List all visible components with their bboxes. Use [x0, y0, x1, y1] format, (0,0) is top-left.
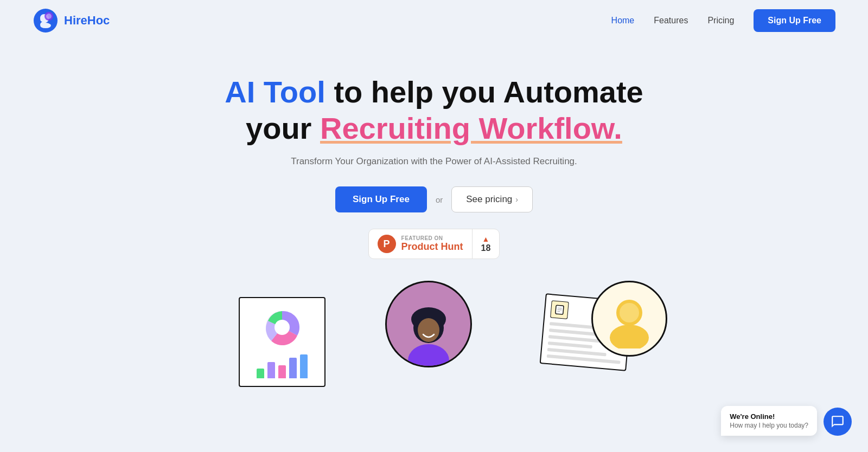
- ph-text: FEATURED ON Product Hunt: [401, 235, 463, 253]
- nav-pricing[interactable]: Pricing: [707, 16, 734, 25]
- logo[interactable]: HireHoc: [33, 8, 110, 34]
- chat-bubble: We're Online! How may I help you today?: [721, 406, 817, 436]
- nav-signup-button[interactable]: Sign Up Free: [754, 9, 835, 32]
- hero-or-text: or: [436, 195, 443, 204]
- nav-home[interactable]: Home: [611, 16, 635, 25]
- ph-count-number: 18: [481, 243, 491, 253]
- pie-chart: [260, 306, 304, 349]
- navbar: HireHoc Home Features Pricing Sign Up Fr…: [0, 0, 868, 41]
- person-figure-yellow: [599, 289, 659, 348]
- svg-point-2: [46, 14, 52, 19]
- svg-point-5: [408, 344, 449, 366]
- svg-point-8: [418, 318, 439, 342]
- person-figure-dark: [396, 295, 461, 366]
- ph-vote-count: ▲ 18: [473, 230, 500, 257]
- doc-icon: [554, 305, 565, 315]
- ph-upvote-icon: ▲: [482, 235, 490, 243]
- svg-point-15: [620, 303, 639, 322]
- ph-featured-label: FEATURED ON: [401, 235, 443, 241]
- logo-text: HireHoc: [64, 14, 110, 28]
- chat-icon: [831, 415, 845, 429]
- hero-section: AI Tool to help you Automate your Recrui…: [0, 41, 868, 259]
- svg-point-13: [610, 325, 649, 348]
- chat-subtitle: How may I help you today?: [730, 422, 808, 429]
- chat-title: We're Online!: [730, 412, 808, 421]
- nav-links: Home Features Pricing Sign Up Free: [611, 9, 835, 32]
- hero-subtext: Transform Your Organization with the Pow…: [291, 156, 577, 167]
- person-circle-yellow: [591, 281, 667, 357]
- chevron-right-icon: ›: [515, 195, 518, 204]
- bar-chart: [257, 354, 308, 378]
- chart-card: [239, 297, 326, 387]
- logo-icon: [33, 8, 59, 34]
- product-hunt-logo: P: [378, 235, 396, 253]
- chat-widget: We're Online! How may I help you today?: [721, 406, 852, 436]
- person-circle-top: [385, 281, 472, 367]
- nav-features[interactable]: Features: [654, 16, 688, 25]
- ph-left: P FEATURED ON Product Hunt: [369, 229, 473, 259]
- chat-button[interactable]: [824, 408, 852, 436]
- product-hunt-badge[interactable]: P FEATURED ON Product Hunt ▲ 18: [368, 229, 500, 259]
- hero-heading: AI Tool to help you Automate your Recrui…: [225, 74, 643, 146]
- hero-actions: Sign Up Free or See pricing ›: [335, 186, 533, 212]
- svg-point-4: [275, 320, 290, 335]
- hero-pricing-button[interactable]: See pricing ›: [451, 186, 533, 212]
- hero-signup-button[interactable]: Sign Up Free: [335, 186, 427, 212]
- ph-product-hunt-name: Product Hunt: [401, 241, 463, 253]
